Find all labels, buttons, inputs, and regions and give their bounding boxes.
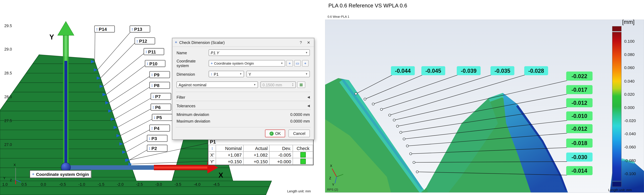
point-label-P11[interactable]: ↕P11 [144, 48, 164, 55]
point-label-text: P10 [149, 61, 157, 66]
deviation-label[interactable]: -0.035 [490, 66, 514, 75]
deviation-label[interactable]: -0.012 [566, 98, 592, 107]
coordinate-system-origin-label[interactable]: ⌖ Coordinate system Origin [30, 170, 91, 178]
dialog-titlebar[interactable]: ⌖ Check Dimension (Scalar) ? ✕ [172, 38, 314, 47]
tolerances-section-label: Tolerances [176, 103, 196, 108]
tolerance-input[interactable]: 0.1500 mm ▲▼ [260, 81, 296, 88]
svg-text:0.100: 0.100 [624, 39, 634, 44]
pick-target-icon[interactable]: ⌖ [302, 60, 309, 67]
svg-text:1.0: 1.0 [2, 182, 8, 187]
svg-text:-2.5: -2.5 [136, 182, 143, 187]
svg-text:0.060: 0.060 [624, 65, 634, 70]
ok-check-icon: ✓ [270, 131, 274, 136]
cancel-button[interactable]: Cancel [289, 130, 310, 137]
point-label-text: P8 [154, 83, 160, 88]
svg-text:-3.5: -3.5 [174, 182, 181, 187]
app-window: Y X 29.5 29.0 28.5 28.0 27.5 27.0 1.0 0.… [0, 0, 644, 195]
point-label-text: P13 [134, 26, 142, 31]
deviation-label[interactable]: -0.017 [566, 85, 592, 94]
svg-text:0.000: 0.000 [624, 105, 634, 110]
collapse-icon[interactable]: ◀ [307, 104, 310, 107]
svg-text:-1.0: -1.0 [78, 182, 85, 187]
close-button[interactable]: ✕ [306, 40, 312, 44]
point-label-P14[interactable]: ↕P14 [94, 25, 115, 32]
deviation-label[interactable]: -0.045 [421, 66, 445, 75]
name-input[interactable]: P1.Y ▼ [208, 49, 310, 56]
point-label-P3[interactable]: ↕P3 [147, 135, 168, 142]
column-header: Actual [244, 145, 270, 152]
svg-text:29.5: 29.5 [4, 23, 12, 28]
deviation-label[interactable]: -0.010 [566, 111, 592, 121]
p1-result-table[interactable]: P1 ↕ Nominal Actual Dev. Check X' +1.087… [208, 138, 314, 165]
separator [176, 101, 311, 101]
deviation-label[interactable]: -0.018 [566, 139, 592, 148]
point-label-P6[interactable]: ↕P6 [150, 104, 171, 111]
rps-label: RPS (2) [327, 188, 338, 192]
point-icon: ↕ [154, 115, 156, 119]
copy-reference-icon[interactable]: ▭ [294, 60, 301, 67]
comparison-canvas[interactable]: [mm] 0.100 0.080 0.060 0.040 0.020 0.000… [325, 0, 644, 195]
point-label-P10[interactable]: ↕P10 [145, 60, 166, 67]
point-label-text: P7 [155, 94, 160, 99]
point-icon: ↕ [136, 39, 138, 43]
coordinate-system-icon: ⌖ [32, 172, 34, 177]
point-icon: ↕ [148, 146, 150, 150]
section-view-panel[interactable]: Y X 29.5 29.0 28.5 28.0 27.5 27.0 1.0 0.… [0, 0, 317, 195]
name-value: P1.Y [211, 50, 219, 55]
chevron-down-icon[interactable]: ▼ [240, 73, 242, 75]
svg-text:0.040: 0.040 [624, 79, 634, 84]
svg-text:29.0: 29.0 [4, 47, 12, 51]
comparison-subtitle: 0.6 Wear-PLA 1 [328, 15, 349, 18]
point-label-P12[interactable]: ↕P12 [134, 37, 155, 44]
pick-coordinate-icon[interactable]: ⌖ [286, 60, 293, 67]
point-label-P7[interactable]: ↕P7 [150, 93, 171, 100]
min-deviation-label: Minimum deviation [176, 112, 209, 117]
row-axis: Y' [208, 158, 216, 165]
collapse-icon[interactable]: ◀ [307, 95, 310, 99]
dimension-point-select[interactable]: ↕ P1 ▼ [208, 71, 244, 77]
point-label-P8[interactable]: ↕P8 [149, 82, 170, 89]
point-label-P9[interactable]: ↕P9 [149, 71, 170, 78]
point-label-P4[interactable]: ↕P4 [149, 125, 170, 132]
deviation-label[interactable]: -0.039 [457, 66, 480, 75]
against-nominal-select[interactable]: Against nominal ▼ [176, 81, 258, 88]
point-label-P2[interactable]: ↕P2 [147, 145, 168, 152]
axis-icon: ⌖ [211, 61, 213, 65]
point-label-P5[interactable]: ↕P5 [152, 114, 172, 121]
deviation-label[interactable]: -0.030 [566, 153, 592, 162]
deviation-label[interactable]: -0.012 [566, 124, 592, 133]
color-scale[interactable] [612, 26, 621, 187]
point-label-P13[interactable]: ↕P13 [130, 25, 150, 32]
point-icon: ↕ [151, 83, 153, 87]
ok-button[interactable]: ✓ OK [265, 130, 286, 137]
dimension-point-value: P1 [214, 72, 219, 76]
deviation-label[interactable]: -0.028 [524, 66, 548, 75]
chevron-down-icon[interactable]: ▼ [305, 51, 308, 54]
check-cell [293, 158, 313, 165]
chevron-down-icon[interactable]: ▼ [254, 83, 256, 86]
chevron-down-icon[interactable]: ▼ [305, 73, 308, 75]
actual-value: +0.150 [244, 158, 270, 165]
check-dimension-dialog[interactable]: ⌖ Check Dimension (Scalar) ? ✕ Name P1.Y… [172, 38, 314, 140]
comparison-view-panel[interactable]: [mm] 0.100 0.080 0.060 0.040 0.020 0.000… [325, 0, 644, 195]
point-label-text: P6 [155, 105, 160, 110]
ok-button-label: OK [275, 131, 281, 136]
point-icon: ↕ [131, 27, 133, 31]
spin-down-icon[interactable]: ▼ [292, 85, 294, 87]
deviation-label[interactable]: -0.044 [391, 66, 415, 75]
svg-text:-0.020: -0.020 [624, 118, 636, 123]
triad-x-label: X [330, 164, 332, 168]
coordinate-system-select[interactable]: ⌖ Coordinate system Origin ▼ [208, 60, 285, 67]
dimension-axis-select[interactable]: Y ▼ [246, 71, 310, 77]
table-header-row: ↕ Nominal Actual Dev. Check [208, 145, 313, 152]
chevron-down-icon[interactable]: ▼ [281, 62, 283, 65]
workspace: Y X 29.5 29.0 28.5 28.0 27.5 27.0 1.0 0.… [0, 0, 644, 195]
deviation-label[interactable]: -0.022 [566, 71, 592, 81]
deviation-label[interactable]: -0.014 [566, 166, 592, 175]
column-header: Dev. [270, 145, 293, 152]
x-axis-base-bar [69, 165, 155, 170]
help-button[interactable]: ? [298, 40, 304, 44]
tolerance-table-icon[interactable]: ▦ [297, 81, 305, 88]
point-icon: ↕ [148, 136, 150, 140]
nominal-value: +0.150 [216, 158, 244, 165]
